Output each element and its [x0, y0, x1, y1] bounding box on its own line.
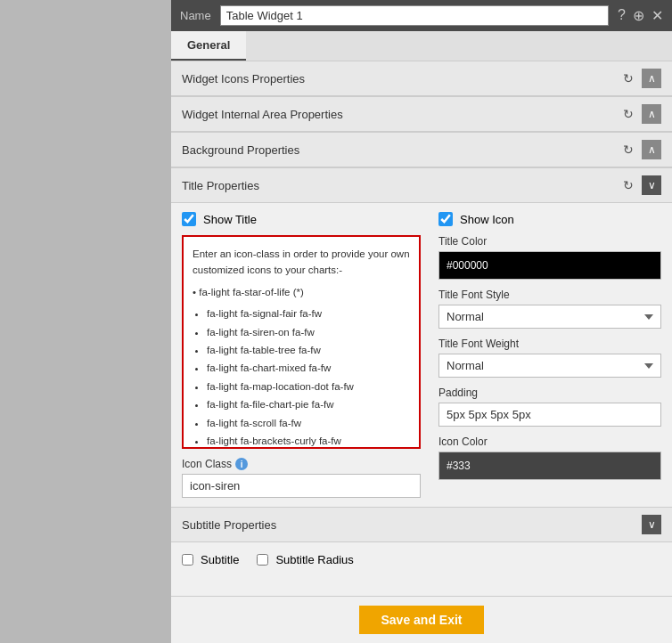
padding-text: Padding: [438, 387, 478, 399]
section-background-label: Background Properties: [182, 143, 619, 157]
left-sidebar: [0, 0, 171, 643]
subtitle-radius-item: Subtitle Radius: [257, 553, 353, 566]
refresh-widget-icons[interactable]: ↻: [619, 69, 638, 88]
show-title-label: Show Title: [203, 213, 257, 226]
title-color-display[interactable]: #000000: [438, 251, 661, 280]
section-background[interactable]: Background Properties ↻ ∧: [171, 132, 672, 167]
icon-class-input[interactable]: [182, 474, 421, 498]
icon-color-label: Icon Color: [438, 435, 661, 448]
footer: Save and Exit: [171, 596, 672, 643]
subtitle-radius-label: Subtitle Radius: [275, 553, 353, 566]
title-font-style-select[interactable]: Normal: [438, 305, 661, 329]
name-label: Name: [180, 9, 211, 22]
section-widget-icons-label: Widget Icons Properties: [182, 72, 619, 85]
section-subtitle[interactable]: Subtitle Properties ∨: [171, 507, 672, 542]
subtitle-section-label: Subtitle Properties: [182, 518, 642, 532]
collapse-widget-internal[interactable]: ∧: [642, 104, 661, 124]
list-item: fa-light fa-chart-mixed fa-fw: [207, 360, 410, 376]
title-font-weight-select[interactable]: Normal: [438, 354, 661, 378]
title-font-weight-label: Title Font Weight: [438, 338, 661, 350]
tooltip-star: • fa-light fa-star-of-life (*): [193, 284, 410, 300]
icon-class-label-row: Icon Class i: [182, 458, 421, 470]
section-icons-3: ↻ ∧: [619, 140, 661, 159]
refresh-widget-internal[interactable]: ↻: [619, 104, 638, 124]
main-panel: Name ? ⊕ ✕ General Widget Icons Properti…: [171, 0, 672, 643]
collapse-background[interactable]: ∧: [642, 140, 661, 159]
collapse-title-props[interactable]: ∨: [642, 175, 661, 195]
padding-input[interactable]: [438, 403, 661, 427]
header-bar: Name ? ⊕ ✕: [171, 0, 672, 31]
save-button[interactable]: Save and Exit: [359, 606, 483, 634]
section-icons-2: ↻ ∧: [619, 104, 661, 124]
show-icon-label: Show Icon: [460, 213, 514, 226]
title-props-content: Show Title Enter an icon-class in order …: [171, 203, 672, 507]
title-font-weight-text: Title Font Weight: [438, 338, 519, 350]
icon-class-label: Icon Class: [182, 458, 232, 470]
subtitle-radius-checkbox[interactable]: [257, 554, 268, 566]
list-item: fa-light fa-file-chart-pie fa-fw: [207, 396, 410, 412]
widget-name-input[interactable]: [220, 5, 609, 26]
close-icon[interactable]: ✕: [652, 7, 663, 24]
icon-class-info-icon[interactable]: i: [235, 458, 248, 470]
collapse-widget-icons[interactable]: ∧: [642, 69, 661, 88]
show-title-checkbox[interactable]: [182, 212, 196, 226]
section-widget-internal[interactable]: Widget Internal Area Properties ↻ ∧: [171, 96, 672, 132]
title-font-style-text: Title Font Style: [438, 289, 510, 301]
section-widget-icons[interactable]: Widget Icons Properties ↻ ∧: [171, 61, 672, 96]
move-icon[interactable]: ⊕: [633, 7, 644, 24]
list-item: fa-light fa-table-tree fa-fw: [207, 342, 410, 358]
section-title-props-label: Title Properties: [182, 179, 619, 192]
subtitle-label: Subtitle: [201, 553, 239, 566]
tooltip-intro: Enter an icon-class in order to provide …: [193, 246, 410, 279]
subtitle-checkbox[interactable]: [182, 554, 193, 566]
left-col: Show Title Enter an icon-class in order …: [182, 212, 421, 498]
subtitle-content: Subtitle Subtitle Radius: [171, 542, 672, 577]
header-icons: ? ⊕ ✕: [618, 7, 663, 24]
content-area: Widget Icons Properties ↻ ∧ Widget Inter…: [171, 61, 672, 596]
section-widget-internal-label: Widget Internal Area Properties: [182, 108, 619, 121]
section-icons: ↻ ∧: [619, 69, 661, 88]
icon-color-text: Icon Color: [438, 435, 488, 448]
subtitle-item: Subtitle: [182, 553, 239, 566]
title-color-label: Title Color: [438, 235, 661, 248]
section-icons-4: ↻ ∨: [619, 175, 661, 195]
show-icon-row: Show Icon: [438, 212, 661, 226]
show-title-row: Show Title: [182, 212, 421, 226]
list-item: fa-light fa-siren-on fa-fw: [207, 324, 410, 340]
section-title-props[interactable]: Title Properties ↻ ∨: [171, 167, 672, 203]
list-item: fa-light fa-signal-fair fa-fw: [207, 305, 410, 322]
tab-bar: General: [171, 31, 672, 61]
help-icon[interactable]: ?: [618, 7, 626, 24]
list-item: fa-light fa-scroll fa-fw: [207, 415, 410, 431]
title-font-style-label: Title Font Style: [438, 289, 661, 301]
title-color-value: #000000: [447, 259, 488, 272]
title-color-text: Title Color: [438, 235, 487, 248]
icon-color-value: #333: [447, 460, 471, 472]
tab-general[interactable]: General: [171, 31, 246, 61]
refresh-background[interactable]: ↻: [619, 140, 638, 159]
collapse-subtitle[interactable]: ∨: [642, 515, 661, 534]
tooltip-list: fa-light fa-signal-fair fa-fw fa-light f…: [193, 305, 410, 449]
list-item: fa-light fa-map-location-dot fa-fw: [207, 378, 410, 395]
title-props-cols: Show Title Enter an icon-class in order …: [182, 212, 661, 498]
icon-color-display[interactable]: #333: [438, 452, 661, 480]
list-item: fa-light fa-brackets-curly fa-fw: [207, 433, 410, 449]
show-icon-checkbox[interactable]: [438, 212, 453, 226]
padding-label: Padding: [438, 387, 661, 399]
tooltip-box: Enter an icon-class in order to provide …: [182, 235, 421, 449]
right-col: Show Icon Title Color #000000 Title Font…: [438, 212, 661, 498]
refresh-title-props[interactable]: ↻: [619, 175, 638, 195]
